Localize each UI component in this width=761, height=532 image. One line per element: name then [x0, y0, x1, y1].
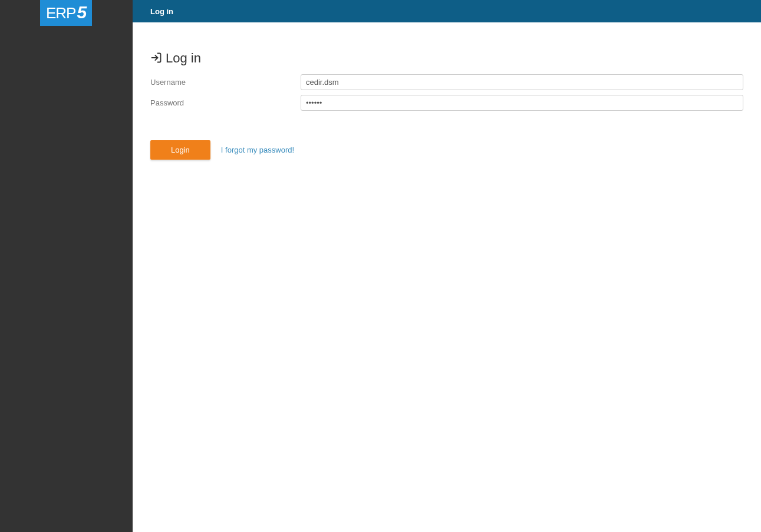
- content: Log in Username Password Login I forgot …: [133, 22, 761, 177]
- logo-text-suffix: 5: [77, 2, 86, 22]
- actions-row: Login I forgot my password!: [150, 140, 743, 160]
- main-area: Log in Log in Username Password: [133, 0, 761, 532]
- topbar-title: Log in: [150, 7, 173, 16]
- sidebar: ERP5: [0, 0, 133, 532]
- login-button[interactable]: Login: [150, 140, 210, 160]
- username-row: Username: [150, 74, 743, 90]
- password-row: Password: [150, 95, 743, 111]
- topbar: Log in: [133, 0, 761, 22]
- forgot-password-link[interactable]: I forgot my password!: [221, 146, 294, 154]
- password-label: Password: [150, 98, 301, 107]
- page-title-row: Log in: [150, 51, 743, 66]
- username-label: Username: [150, 78, 301, 87]
- password-input[interactable]: [301, 95, 743, 111]
- page-heading: Log in: [166, 51, 201, 66]
- username-input[interactable]: [301, 74, 743, 90]
- logo[interactable]: ERP5: [40, 0, 92, 26]
- logo-text-main: ERP: [46, 4, 75, 22]
- login-icon: [150, 52, 162, 65]
